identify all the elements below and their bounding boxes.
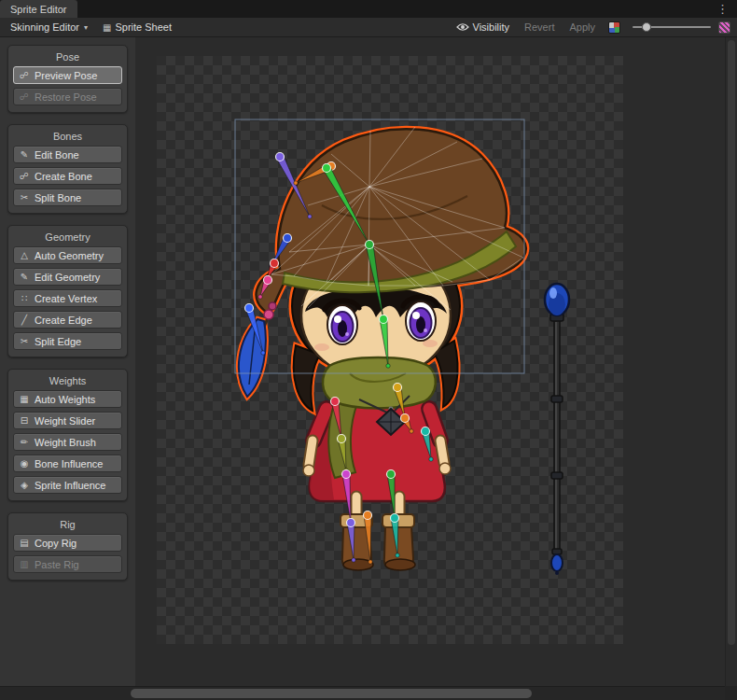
button-label: Weight Slider xyxy=(35,415,95,427)
split-edge-button[interactable]: ✂ Split Edge xyxy=(13,332,122,350)
bone-icon: ☍ xyxy=(19,171,30,181)
slider-icon: ⊟ xyxy=(19,415,30,426)
vertical-scrollbar[interactable] xyxy=(725,37,737,686)
panel-title: Rig xyxy=(13,519,122,530)
grid-icon: ▦ xyxy=(103,22,111,33)
button-label: Sprite Influence xyxy=(35,480,105,491)
button-label: Auto Weights xyxy=(35,394,95,405)
bone-influence-button[interactable]: ◉ Bone Influence xyxy=(13,455,122,472)
toolbar: Skinning Editor ▾ ▦ Sprite Sheet Visibil… xyxy=(0,18,737,37)
vertical-scrollbar-thumb[interactable] xyxy=(728,40,735,645)
button-label: Bone Influence xyxy=(35,458,103,469)
button-label: Split Edge xyxy=(35,336,81,347)
preview-pose-button[interactable]: ☍ Preview Pose xyxy=(13,66,122,84)
edit-bone-button[interactable]: ✎ Edit Bone xyxy=(13,146,122,163)
scissors-icon: ✂ xyxy=(19,336,30,346)
edit-geometry-button[interactable]: ✎ Edit Geometry xyxy=(13,268,122,286)
button-label: Edit Geometry xyxy=(35,272,100,283)
scissors-icon: ✂ xyxy=(19,192,30,203)
scene-svg xyxy=(135,37,725,686)
button-label: Paste Rig xyxy=(35,559,79,570)
panel-title: Geometry xyxy=(13,231,122,243)
kebab-menu-icon[interactable]: ⋮ xyxy=(711,0,734,18)
vertex-icon: ∷ xyxy=(19,293,30,303)
panel-geometry: Geometry △ Auto Geometry ✎ Edit Geometry… xyxy=(7,225,128,357)
brush-icon: ✏ xyxy=(19,437,30,447)
panel-title: Bones xyxy=(13,131,122,142)
copy-rig-button[interactable]: ▤ Copy Rig xyxy=(13,534,122,552)
sprite-influence-button[interactable]: ◈ Sprite Influence xyxy=(13,476,122,494)
create-vertex-button[interactable]: ∷ Create Vertex xyxy=(13,289,122,307)
influence-icon: ◉ xyxy=(19,458,30,469)
mode-dropdown-label: Skinning Editor xyxy=(10,21,79,33)
weight-slider-button[interactable]: ⊟ Weight Slider xyxy=(13,412,122,429)
paste-icon: ▥ xyxy=(19,559,30,569)
visibility-button[interactable]: Visibility xyxy=(450,20,517,35)
chevron-down-icon: ▾ xyxy=(84,23,88,32)
sprite-editor-window: Sprite Editor ⋮ Skinning Editor ▾ ▦ Spri… xyxy=(0,0,737,700)
apply-button[interactable]: Apply xyxy=(563,20,602,35)
tab-title: Sprite Editor xyxy=(10,4,67,15)
pencil-icon: ✎ xyxy=(19,149,30,160)
button-label: Weight Brush xyxy=(35,437,96,448)
revert-button[interactable]: Revert xyxy=(518,20,561,35)
bone-restore-icon: ☍ xyxy=(19,91,30,102)
button-label: Copy Rig xyxy=(35,538,76,549)
tab-bar: Sprite Editor ⋮ xyxy=(0,0,737,18)
create-edge-button[interactable]: ╱ Create Edge xyxy=(13,311,122,329)
panel-bones: Bones ✎ Edit Bone ☍ Create Bone ✂ Split … xyxy=(7,124,128,214)
button-label: Create Vertex xyxy=(35,293,97,304)
panel-rig: Rig ▤ Copy Rig ▥ Paste Rig xyxy=(7,512,128,581)
panel-title: Pose xyxy=(13,51,122,63)
copy-icon: ▤ xyxy=(19,538,30,548)
button-label: Restore Pose xyxy=(35,91,97,103)
sprite-sheet-button[interactable]: ▦ Sprite Sheet xyxy=(96,20,178,35)
main-area: Pose ☍ Preview Pose ☍ Restore Pose Bones… xyxy=(0,37,737,686)
eye-icon xyxy=(456,22,469,32)
restore-pose-button[interactable]: ☍ Restore Pose xyxy=(13,88,122,105)
create-bone-button[interactable]: ☍ Create Bone xyxy=(13,167,122,185)
paste-rig-button[interactable]: ▥ Paste Rig xyxy=(13,555,122,573)
zoom-slider[interactable] xyxy=(633,20,711,35)
split-bone-button[interactable]: ✂ Split Bone xyxy=(13,189,122,206)
edge-icon: ╱ xyxy=(19,315,30,325)
alpha-filter-icon[interactable] xyxy=(718,21,730,34)
hat-bead xyxy=(264,310,273,319)
mesh-icon: △ xyxy=(19,250,30,260)
button-label: Preview Pose xyxy=(35,70,97,81)
button-label: Edit Bone xyxy=(35,149,79,161)
button-label: Create Bone xyxy=(35,171,92,182)
zoom-slider-knob[interactable] xyxy=(642,22,651,32)
canvas-viewport[interactable] xyxy=(135,37,725,686)
tool-sidebar: Pose ☍ Preview Pose ☍ Restore Pose Bones… xyxy=(0,37,135,686)
panel-pose: Pose ☍ Preview Pose ☍ Restore Pose xyxy=(7,45,128,113)
scrollbar-corner xyxy=(725,686,737,700)
color-mode-icon[interactable] xyxy=(608,21,620,34)
pencil-icon: ✎ xyxy=(19,272,30,282)
button-label: Split Bone xyxy=(35,192,81,203)
skinning-editor-dropdown[interactable]: Skinning Editor ▾ xyxy=(4,20,94,35)
panel-title: Weights xyxy=(13,375,122,386)
panel-weights: Weights ▦ Auto Weights ⊟ Weight Slider ✏… xyxy=(7,369,128,501)
visibility-label: Visibility xyxy=(473,21,510,33)
tab-sprite-editor[interactable]: Sprite Editor xyxy=(0,0,77,18)
staff-sprite[interactable] xyxy=(545,284,569,575)
sprite-sheet-label: Sprite Sheet xyxy=(115,21,172,33)
auto-weights-button[interactable]: ▦ Auto Weights xyxy=(13,390,122,408)
auto-geometry-button[interactable]: △ Auto Geometry xyxy=(13,246,122,264)
horizontal-scrollbar[interactable] xyxy=(0,686,725,700)
button-label: Create Edge xyxy=(35,315,92,326)
sprite-influence-icon: ◈ xyxy=(19,480,30,490)
horizontal-scrollbar-thumb[interactable] xyxy=(131,689,532,698)
weight-brush-button[interactable]: ✏ Weight Brush xyxy=(13,433,122,451)
weights-grid-icon: ▦ xyxy=(19,394,30,404)
button-label: Auto Geometry xyxy=(35,250,104,261)
bone-pose-icon: ☍ xyxy=(19,70,30,80)
